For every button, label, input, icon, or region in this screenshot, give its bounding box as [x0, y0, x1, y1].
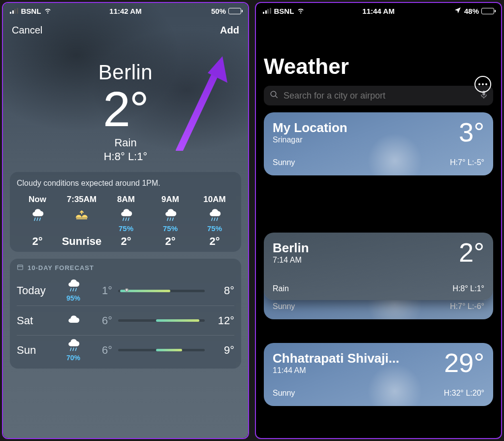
add-button[interactable]: Add [220, 25, 239, 36]
city-card-mumbai[interactable]: Chhatrapati Shivaji... 11:44 AM 29° Sunn… [264, 343, 493, 406]
phone-left: BSNL 11:42 AM 50% Cancel Add Berlin 2° R… [2, 2, 249, 439]
day-row[interactable]: Sat6°12° [17, 305, 234, 335]
rain-icon: 70% [58, 339, 89, 362]
hour-precip: 75% [105, 224, 147, 233]
page-title: Weather [264, 54, 493, 79]
hour-label: 10AM [194, 195, 234, 204]
rain-icon [17, 207, 58, 223]
temp-range-bar [118, 319, 205, 322]
city-sub: 7:14 AM [273, 256, 309, 265]
svg-line-18 [70, 348, 71, 350]
day-precip: 95% [58, 294, 89, 302]
svg-line-12 [217, 218, 218, 220]
svg-line-1 [37, 218, 38, 220]
ten-day-title: 10-DAY FORECAST [28, 264, 94, 271]
svg-line-11 [214, 218, 215, 220]
hour-value: 2° [105, 235, 147, 248]
hour-value: Sunrise [61, 235, 102, 248]
day-low: 1° [89, 284, 112, 297]
city-temp: 2° [459, 240, 484, 265]
calendar-icon [17, 264, 24, 272]
search-input[interactable] [284, 91, 475, 101]
city-hilo: H:8° L:1° [453, 284, 484, 293]
city-condition: Sunny [273, 389, 295, 398]
status-time: 11:42 AM [3, 7, 248, 15]
city-temp: 3° [459, 120, 484, 144]
hourly-item: 8AM75%2° [105, 195, 147, 248]
status-bar: BSNL 11:42 AM 50% [3, 3, 248, 19]
hour-value: 2° [194, 235, 234, 248]
day-precip: 70% [58, 354, 89, 362]
day-high: 12° [211, 314, 234, 327]
svg-line-0 [34, 218, 35, 220]
day-high: 8° [211, 284, 234, 297]
day-name: Today [17, 284, 58, 297]
svg-rect-13 [18, 265, 23, 270]
hour-precip [61, 224, 102, 233]
city-card-berlin[interactable]: Berlin 7:14 AM 2° Rain H:8° L:1° [264, 233, 493, 300]
hour-value: 2° [150, 235, 191, 248]
day-name: Sun [17, 344, 58, 357]
city-condition: Sunny [273, 158, 295, 167]
svg-line-2 [39, 218, 40, 220]
rain-icon [150, 207, 191, 223]
status-bar: BSNL 11:44 AM 48% [256, 3, 501, 19]
hour-precip: 75% [150, 224, 191, 233]
city-sub: Srinagar [273, 136, 347, 144]
day-row[interactable]: Today95%1°8° [17, 276, 234, 305]
city-sub: 11:44 AM [273, 366, 399, 375]
city-name: Berlin [273, 240, 309, 256]
battery-icon [228, 8, 241, 14]
city-temp: 29° [444, 351, 484, 375]
temp-range-bar [118, 349, 205, 351]
city-card-mylocation[interactable]: My Location Srinagar 3° Sunny H:7° L:-5° [264, 112, 493, 175]
temp-range-bar [118, 290, 205, 292]
rain-icon: 95% [58, 279, 89, 302]
hourly-item: Now2° [17, 195, 58, 248]
city-condition: Rain [273, 284, 289, 293]
hour-label: Now [17, 195, 58, 204]
hourly-summary: Cloudy conditions expected around 1PM. [17, 179, 234, 188]
city-hilo: H:32° L:20° [444, 389, 484, 398]
hour-precip: 75% [194, 224, 234, 233]
hourly-forecast-card[interactable]: Cloudy conditions expected around 1PM. N… [10, 172, 241, 252]
more-menu-button[interactable] [474, 76, 491, 93]
svg-line-9 [172, 218, 173, 220]
search-icon [270, 90, 279, 102]
hero-hilo: H:8° L:1° [3, 150, 248, 163]
phone-right: BSNL 11:44 AM 48% Weather My Location Sr… [255, 2, 502, 439]
svg-line-7 [167, 218, 168, 220]
svg-line-19 [73, 348, 74, 350]
hour-label: 9AM [150, 195, 191, 204]
day-low: 6° [89, 344, 112, 357]
search-field[interactable] [264, 86, 493, 105]
day-row[interactable]: Sun70%6°9° [17, 335, 234, 365]
status-time: 11:44 AM [256, 7, 501, 15]
cloud-icon [58, 314, 89, 327]
battery-icon [481, 8, 494, 14]
city-hilo: H:7° L:-6° [450, 302, 484, 311]
svg-line-6 [128, 218, 129, 220]
svg-line-20 [75, 348, 76, 350]
hourly-item: 9AM75%2° [150, 195, 191, 248]
day-name: Sat [17, 314, 58, 327]
city-name: Chhatrapati Shivaji... [273, 351, 399, 366]
city-condition: Sunny [273, 302, 295, 311]
svg-line-10 [212, 218, 213, 220]
hour-value: 2° [17, 235, 58, 248]
hour-precip [17, 224, 58, 233]
rain-icon [105, 207, 147, 223]
day-high: 9° [211, 344, 234, 357]
svg-line-16 [73, 288, 74, 291]
svg-line-8 [170, 218, 171, 220]
sunrise-icon [61, 207, 102, 223]
hour-label: 7:35AM [61, 195, 102, 204]
ten-day-forecast-card[interactable]: 10-DAY FORECAST Today95%1°8°Sat6°12°Sun7… [10, 259, 241, 369]
cancel-button[interactable]: Cancel [12, 25, 42, 36]
hero-temp: 2° [3, 84, 248, 134]
rain-icon [194, 207, 234, 223]
hero-condition: Rain [3, 136, 248, 149]
svg-line-4 [123, 218, 124, 220]
hourly-item: 7:35AMSunrise [61, 195, 102, 248]
svg-line-5 [126, 218, 126, 220]
